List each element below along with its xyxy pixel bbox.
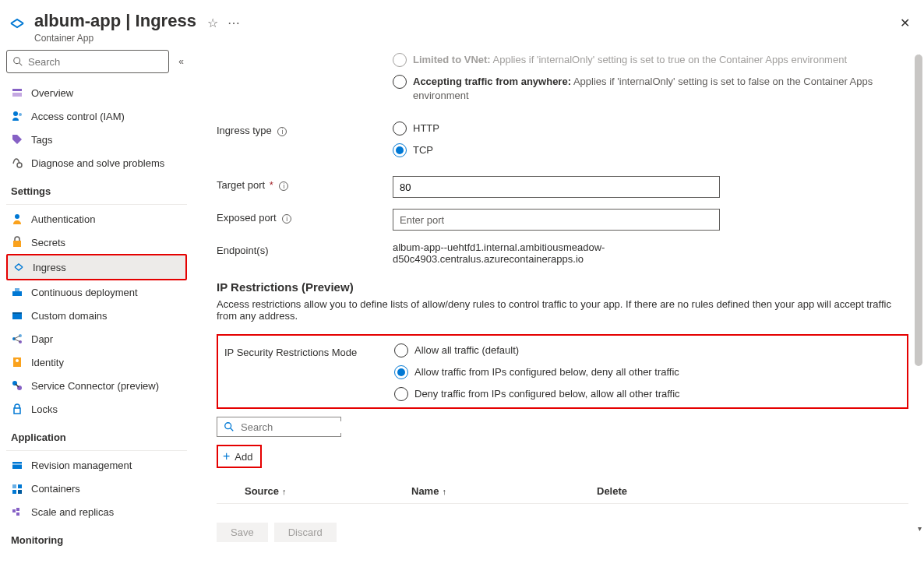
info-icon[interactable]: i: [277, 127, 287, 136]
sidebar-search-input[interactable]: [28, 56, 163, 68]
sidebar-item-overview[interactable]: Overview: [6, 81, 187, 104]
favorite-icon[interactable]: ☆: [207, 16, 218, 30]
collapse-icon[interactable]: «: [175, 56, 187, 67]
ip-mode-allow-all[interactable]: Allow all traffic (default): [394, 343, 899, 357]
sidebar-label: Locks: [31, 403, 58, 415]
svg-point-5: [19, 113, 22, 116]
ip-mode-highlight: IP Security Restrictions Mode Allow all …: [217, 334, 908, 409]
sidebar-item-scale[interactable]: Scale and replicas: [6, 500, 187, 523]
ingress-type-label: Ingress type i: [217, 122, 393, 136]
svg-rect-31: [16, 508, 19, 511]
svg-rect-30: [12, 509, 16, 512]
sidebar-label: Custom domains: [31, 310, 108, 322]
locks-icon: [11, 403, 23, 415]
discard-button[interactable]: Discard: [274, 523, 337, 542]
target-port-input[interactable]: [393, 176, 720, 198]
radio-label: HTTP: [413, 122, 439, 136]
sort-up-icon: ↑: [442, 487, 446, 496]
info-icon[interactable]: i: [279, 181, 288, 191]
traffic-anywhere-option[interactable]: Accepting traffic from anywhere: Applies…: [393, 75, 908, 103]
table-search[interactable]: [217, 417, 341, 437]
domains-icon: [11, 309, 23, 322]
svg-rect-27: [18, 484, 22, 488]
sidebar-item-ingress[interactable]: Ingress: [6, 254, 187, 280]
iam-icon: [11, 110, 23, 122]
sidebar-item-revision[interactable]: Revision management: [6, 453, 187, 477]
sidebar-item-iam[interactable]: Access control (IAM): [6, 104, 187, 128]
sidebar-item-connector[interactable]: Service Connector (preview): [6, 374, 187, 397]
section-monitoring: Monitoring: [6, 523, 187, 551]
sidebar-item-domains[interactable]: Custom domains: [6, 304, 187, 327]
col-name[interactable]: Name↑: [411, 485, 597, 497]
more-icon[interactable]: ⋯: [227, 16, 240, 30]
sidebar-label: Tags: [31, 134, 52, 146]
sidebar-label: Scale and replicas: [31, 506, 114, 518]
radio-label: Accepting traffic from anywhere: Applies…: [413, 75, 908, 103]
scale-icon: [11, 505, 23, 518]
containerapp-icon: [8, 14, 26, 33]
col-source[interactable]: Source↑: [245, 485, 411, 497]
scroll-down-icon[interactable]: ▾: [918, 524, 922, 533]
main-content: Limited to VNet: Applies if 'internalOnl…: [193, 50, 924, 567]
section-settings: Settings: [6, 174, 187, 202]
sidebar-item-locks[interactable]: Locks: [6, 397, 187, 421]
endpoints-label: Endpoint(s): [217, 241, 393, 256]
sort-up-icon: ↑: [282, 487, 287, 496]
endpoints-value: album-app--uehtfd1.internal.ambitiousmea…: [393, 241, 720, 265]
svg-line-22: [16, 384, 19, 387]
ip-mode-allow-list[interactable]: Allow traffic from IPs configured below,…: [394, 365, 899, 379]
svg-point-33: [225, 423, 231, 429]
radio-icon: [394, 343, 408, 357]
svg-rect-29: [18, 490, 22, 494]
sidebar-label: Identity: [31, 357, 64, 368]
radio-label: Allow traffic from IPs configured below,…: [414, 365, 679, 379]
sidebar-item-containers[interactable]: Containers: [6, 477, 187, 500]
identity-icon: [11, 356, 23, 368]
radio-icon: [393, 122, 407, 136]
save-button[interactable]: Save: [217, 523, 268, 542]
ip-mode-deny-list[interactable]: Deny traffic from IPs configured below, …: [394, 387, 899, 401]
table-search-input[interactable]: [241, 421, 372, 433]
svg-rect-12: [12, 312, 22, 314]
close-icon[interactable]: ✕: [900, 16, 910, 30]
sidebar-item-cd[interactable]: Continuous deployment: [6, 280, 187, 304]
ip-mode-label: IP Security Restrictions Mode: [218, 343, 394, 358]
overview-icon: [11, 86, 23, 99]
svg-point-0: [14, 58, 20, 64]
svg-rect-24: [12, 462, 22, 469]
sidebar-item-tags[interactable]: Tags: [6, 128, 187, 151]
target-port-label: Target port * i: [217, 176, 393, 191]
tags-icon: [11, 133, 23, 146]
scrollbar-thumb[interactable]: [915, 55, 922, 366]
ingress-tcp-option[interactable]: TCP: [393, 143, 908, 157]
svg-rect-8: [13, 241, 21, 247]
table-header: Source↑ Name↑ Delete: [217, 477, 908, 504]
radio-label: Deny traffic from IPs configured below, …: [414, 387, 680, 401]
sidebar-item-dapr[interactable]: Dapr: [6, 327, 187, 350]
ingress-http-option[interactable]: HTTP: [393, 122, 908, 136]
search-icon: [224, 421, 235, 432]
sidebar-item-authentication[interactable]: Authentication: [6, 207, 187, 231]
svg-line-1: [19, 63, 23, 66]
add-label: Add: [235, 451, 252, 463]
sidebar-item-identity[interactable]: Identity: [6, 350, 187, 374]
svg-rect-23: [14, 408, 20, 414]
sidebar-label: Diagnose and solve problems: [31, 157, 164, 169]
svg-rect-9: [12, 291, 22, 296]
exposed-port-input[interactable]: [393, 209, 720, 231]
radio-icon: [393, 53, 407, 67]
info-icon[interactable]: i: [282, 214, 291, 224]
svg-rect-3: [12, 93, 22, 97]
sidebar-item-diagnose[interactable]: Diagnose and solve problems: [6, 151, 187, 174]
sidebar-item-secrets[interactable]: Secrets: [6, 231, 187, 254]
sidebar-label: Revision management: [31, 460, 132, 471]
svg-line-17: [14, 339, 20, 342]
svg-point-4: [13, 111, 18, 116]
ip-restrictions-desc: Access restrictions allow you to define …: [217, 298, 908, 322]
radio-icon: [394, 365, 408, 379]
sidebar-label: Continuous deployment: [31, 287, 138, 298]
add-button[interactable]: + Add: [217, 445, 262, 468]
sidebar-search[interactable]: [6, 50, 169, 73]
svg-rect-10: [15, 288, 19, 291]
radio-label: Limited to VNet: Applies if 'internalOnl…: [413, 53, 847, 67]
